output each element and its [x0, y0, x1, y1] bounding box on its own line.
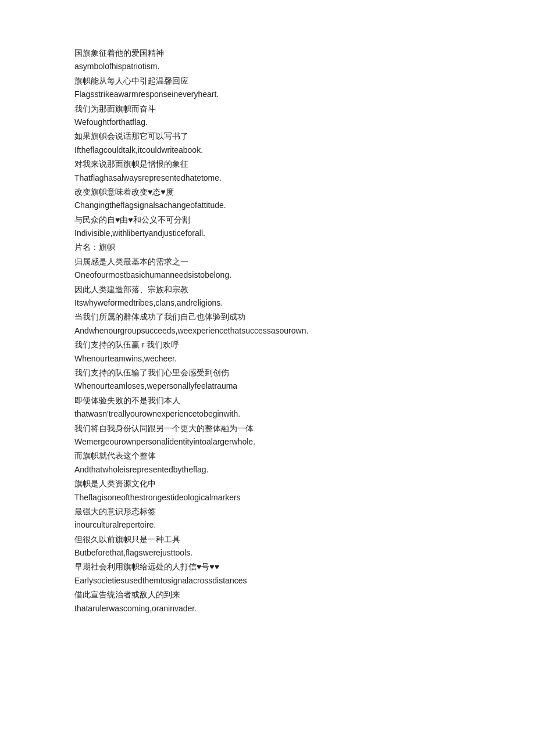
english-line-0: asymbolofhispatriotism. [74, 60, 461, 73]
chinese-line-5: 改变旗帜意味着改变♥态♥度 [74, 185, 461, 198]
chinese-line-10: 当我们所属的群体成功了我们自己也体验到成功 [74, 310, 461, 323]
chinese-line-12: 我们支持的队伍输了我们心里会感受到创伤 [74, 366, 461, 379]
chinese-line-15: 而旗帜就代表这个整体 [74, 449, 461, 462]
chinese-line-13: 即便体验失败的不是我们本人 [74, 394, 461, 407]
english-line-3: Iftheflagcouldtalk,itcouldwriteabook. [74, 144, 461, 156]
english-line-8: Oneofourmostbasichumanneedsistobelong. [74, 268, 461, 281]
text-block-3: 如果旗帜会说话那它可以写书了Iftheflagcouldtalk,itcould… [74, 130, 461, 156]
chinese-line-3: 如果旗帜会说话那它可以写书了 [74, 130, 461, 142]
english-line-4: Thatflaghasalwaysrepresentedhatetome. [74, 171, 461, 184]
english-line-2: Wefoughtforthatflag. [74, 116, 461, 128]
chinese-line-6: 与民众的自♥由♥和公义不可分割 [74, 213, 461, 226]
english-line-19: Earlysocietiesusedthemtosignalacrossdist… [74, 574, 461, 587]
english-line-13: thatwasn'treallyourownexperiencetobeginw… [74, 407, 461, 420]
chinese-line-17: 最强大的意识形态标签 [74, 505, 461, 518]
text-block-0: 国旗象征着他的爱国精神asymbolofhispatriotism. [74, 46, 461, 73]
chinese-line-14: 我们将自我身份认同跟另一个更大的整体融为一体 [74, 422, 461, 435]
text-block-14: 我们将自我身份认同跟另一个更大的整体融为一体Wemergeourownperso… [74, 422, 461, 449]
english-line-16: Theflagisoneofthestrongestideologicalmar… [74, 491, 461, 504]
chinese-line-11: 我们支持的队伍赢 r 我们欢呼 [74, 338, 461, 351]
text-block-10: 当我们所属的群体成功了我们自己也体验到成功Andwhenourgroupsucc… [74, 310, 461, 337]
text-block-8: 归属感是人类最基本的需求之一Oneofourmostbasichumanneed… [74, 255, 461, 282]
chinese-line-8: 归属感是人类最基本的需求之一 [74, 255, 461, 268]
english-line-1: Flagsstrikeawarmresponseineveryheart. [74, 88, 461, 101]
text-block-7: 片名：旗帜 [74, 241, 461, 253]
text-block-4: 对我来说那面旗帜是憎恨的象征Thatflaghasalwaysrepresent… [74, 157, 461, 184]
chinese-line-9: 因此人类建造部落、宗族和宗教 [74, 283, 461, 296]
english-line-10: Andwhenourgroupsucceeds,weexperiencethat… [74, 324, 461, 337]
text-block-12: 我们支持的队伍输了我们心里会感受到创伤Whenourteamloses,wepe… [74, 366, 461, 393]
text-block-19: 早期社会利用旗帜给远处的人打信♥号♥♥Earlysocietiesusedthe… [74, 560, 461, 587]
text-block-9: 因此人类建造部落、宗族和宗教Itswhyweformedtribes,clans… [74, 283, 461, 310]
chinese-line-7: 片名：旗帜 [74, 241, 461, 253]
chinese-line-4: 对我来说那面旗帜是憎恨的象征 [74, 157, 461, 170]
text-block-16: 旗帜是人类资源文化中Theflagisoneofthestrongestideo… [74, 477, 461, 504]
text-block-11: 我们支持的队伍赢 r 我们欢呼Whenourteamwins,wecheer. [74, 338, 461, 365]
chinese-line-16: 旗帜是人类资源文化中 [74, 477, 461, 490]
main-content: 国旗象征着他的爱国精神asymbolofhispatriotism.旗帜能从每人… [74, 46, 461, 615]
english-line-14: Wemergeourownpersonalidentityintoalarger… [74, 435, 461, 448]
text-block-13: 即便体验失败的不是我们本人thatwasn'treallyourownexper… [74, 394, 461, 421]
text-block-5: 改变旗帜意味着改变♥态♥度Changingtheflagsignalsachan… [74, 185, 461, 212]
english-line-11: Whenourteamwins,wecheer. [74, 352, 461, 365]
english-line-17: inourculturalrepertoire. [74, 518, 461, 531]
text-block-2: 我们为那面旗帜而奋斗Wefoughtforthatflag. [74, 102, 461, 129]
english-line-18: Butbeforethat,flagswerejusttools. [74, 546, 461, 559]
english-line-12: Whenourteamloses,wepersonallyfeelatrauma [74, 379, 461, 392]
text-block-20: 借此宣告统治者或敌人的到来thatarulerwascoming,oraninv… [74, 588, 461, 615]
text-block-17: 最强大的意识形态标签inourculturalrepertoire. [74, 505, 461, 532]
chinese-line-18: 但很久以前旗帜只是一种工具 [74, 533, 461, 546]
chinese-line-1: 旗帜能从每人心中引起温馨回应 [74, 74, 461, 87]
text-block-15: 而旗帜就代表这个整体Andthatwholeisrepresentedbythe… [74, 449, 461, 476]
text-block-6: 与民众的自♥由♥和公义不可分割Indivisible,withlibertyan… [74, 213, 461, 240]
chinese-line-20: 借此宣告统治者或敌人的到来 [74, 588, 461, 601]
english-line-5: Changingtheflagsignalsachangeofattitude. [74, 199, 461, 212]
english-line-15: Andthatwholeisrepresentedbytheflag. [74, 463, 461, 476]
text-block-18: 但很久以前旗帜只是一种工具Butbeforethat,flagswerejust… [74, 533, 461, 560]
text-block-1: 旗帜能从每人心中引起温馨回应Flagsstrikeawarmresponsein… [74, 74, 461, 101]
chinese-line-0: 国旗象征着他的爱国精神 [74, 46, 461, 59]
english-line-6: Indivisible,withlibertyandjusticeforall. [74, 227, 461, 239]
chinese-line-2: 我们为那面旗帜而奋斗 [74, 102, 461, 115]
english-line-20: thatarulerwascoming,oraninvader. [74, 602, 461, 615]
english-line-9: Itswhyweformedtribes,clans,andreligions. [74, 296, 461, 309]
chinese-line-19: 早期社会利用旗帜给远处的人打信♥号♥♥ [74, 560, 461, 573]
